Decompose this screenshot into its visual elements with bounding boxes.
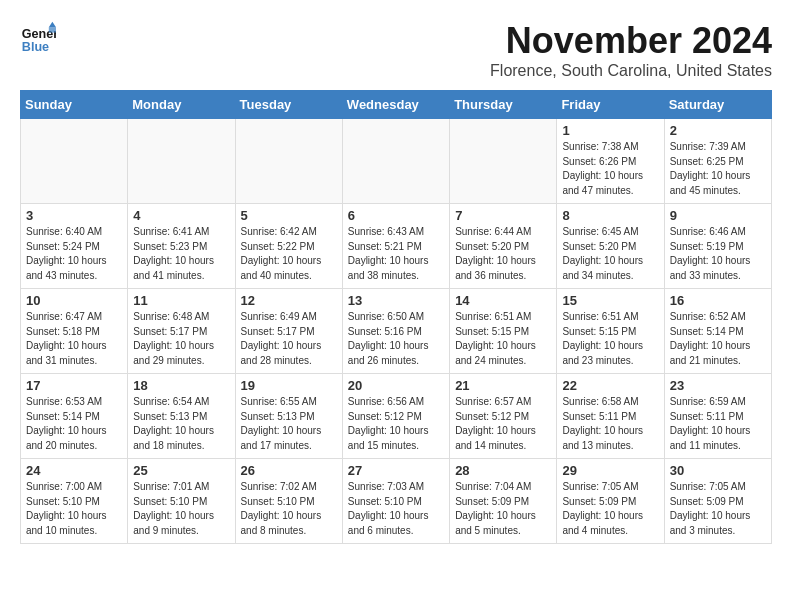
calendar-day-cell: 10Sunrise: 6:47 AM Sunset: 5:18 PM Dayli… [21,289,128,374]
calendar-body: 1Sunrise: 7:38 AM Sunset: 6:26 PM Daylig… [21,119,772,544]
day-info: Sunrise: 6:45 AM Sunset: 5:20 PM Dayligh… [562,225,658,283]
title-area: November 2024 Florence, South Carolina, … [490,20,772,80]
calendar-day-cell: 4Sunrise: 6:41 AM Sunset: 5:23 PM Daylig… [128,204,235,289]
day-info: Sunrise: 7:03 AM Sunset: 5:10 PM Dayligh… [348,480,444,538]
calendar-day-cell: 19Sunrise: 6:55 AM Sunset: 5:13 PM Dayli… [235,374,342,459]
weekday-header: Friday [557,91,664,119]
calendar-day-cell: 18Sunrise: 6:54 AM Sunset: 5:13 PM Dayli… [128,374,235,459]
day-info: Sunrise: 6:48 AM Sunset: 5:17 PM Dayligh… [133,310,229,368]
day-number: 1 [562,123,658,138]
calendar-day-cell: 20Sunrise: 6:56 AM Sunset: 5:12 PM Dayli… [342,374,449,459]
day-info: Sunrise: 7:00 AM Sunset: 5:10 PM Dayligh… [26,480,122,538]
day-number: 7 [455,208,551,223]
day-info: Sunrise: 7:05 AM Sunset: 5:09 PM Dayligh… [670,480,766,538]
calendar-day-cell: 12Sunrise: 6:49 AM Sunset: 5:17 PM Dayli… [235,289,342,374]
day-info: Sunrise: 6:41 AM Sunset: 5:23 PM Dayligh… [133,225,229,283]
weekday-header: Saturday [664,91,771,119]
day-number: 15 [562,293,658,308]
calendar-day-cell: 24Sunrise: 7:00 AM Sunset: 5:10 PM Dayli… [21,459,128,544]
header: General Blue November 2024 Florence, Sou… [20,20,772,80]
day-number: 24 [26,463,122,478]
day-number: 6 [348,208,444,223]
day-info: Sunrise: 7:39 AM Sunset: 6:25 PM Dayligh… [670,140,766,198]
day-info: Sunrise: 6:51 AM Sunset: 5:15 PM Dayligh… [455,310,551,368]
day-number: 20 [348,378,444,393]
calendar-header-row: SundayMondayTuesdayWednesdayThursdayFrid… [21,91,772,119]
day-info: Sunrise: 7:05 AM Sunset: 5:09 PM Dayligh… [562,480,658,538]
day-info: Sunrise: 7:01 AM Sunset: 5:10 PM Dayligh… [133,480,229,538]
day-info: Sunrise: 7:02 AM Sunset: 5:10 PM Dayligh… [241,480,337,538]
calendar-day-cell: 29Sunrise: 7:05 AM Sunset: 5:09 PM Dayli… [557,459,664,544]
calendar-day-cell: 8Sunrise: 6:45 AM Sunset: 5:20 PM Daylig… [557,204,664,289]
day-number: 10 [26,293,122,308]
calendar-day-cell: 14Sunrise: 6:51 AM Sunset: 5:15 PM Dayli… [450,289,557,374]
day-info: Sunrise: 7:38 AM Sunset: 6:26 PM Dayligh… [562,140,658,198]
month-title: November 2024 [490,20,772,62]
location-title: Florence, South Carolina, United States [490,62,772,80]
calendar-week-row: 3Sunrise: 6:40 AM Sunset: 5:24 PM Daylig… [21,204,772,289]
calendar-day-cell: 1Sunrise: 7:38 AM Sunset: 6:26 PM Daylig… [557,119,664,204]
calendar-day-cell: 6Sunrise: 6:43 AM Sunset: 5:21 PM Daylig… [342,204,449,289]
day-info: Sunrise: 6:43 AM Sunset: 5:21 PM Dayligh… [348,225,444,283]
day-number: 8 [562,208,658,223]
calendar-day-cell: 7Sunrise: 6:44 AM Sunset: 5:20 PM Daylig… [450,204,557,289]
calendar-day-cell: 26Sunrise: 7:02 AM Sunset: 5:10 PM Dayli… [235,459,342,544]
logo: General Blue [20,20,56,56]
day-info: Sunrise: 6:58 AM Sunset: 5:11 PM Dayligh… [562,395,658,453]
day-number: 4 [133,208,229,223]
svg-marker-2 [49,22,56,27]
calendar-day-cell [342,119,449,204]
calendar-week-row: 10Sunrise: 6:47 AM Sunset: 5:18 PM Dayli… [21,289,772,374]
calendar-table: SundayMondayTuesdayWednesdayThursdayFrid… [20,90,772,544]
day-number: 11 [133,293,229,308]
calendar-day-cell: 2Sunrise: 7:39 AM Sunset: 6:25 PM Daylig… [664,119,771,204]
day-info: Sunrise: 6:50 AM Sunset: 5:16 PM Dayligh… [348,310,444,368]
day-number: 16 [670,293,766,308]
day-info: Sunrise: 6:52 AM Sunset: 5:14 PM Dayligh… [670,310,766,368]
calendar-week-row: 1Sunrise: 7:38 AM Sunset: 6:26 PM Daylig… [21,119,772,204]
day-info: Sunrise: 6:55 AM Sunset: 5:13 PM Dayligh… [241,395,337,453]
day-info: Sunrise: 6:59 AM Sunset: 5:11 PM Dayligh… [670,395,766,453]
calendar-day-cell: 28Sunrise: 7:04 AM Sunset: 5:09 PM Dayli… [450,459,557,544]
calendar-day-cell [235,119,342,204]
day-number: 17 [26,378,122,393]
calendar-day-cell: 16Sunrise: 6:52 AM Sunset: 5:14 PM Dayli… [664,289,771,374]
calendar-day-cell: 21Sunrise: 6:57 AM Sunset: 5:12 PM Dayli… [450,374,557,459]
calendar-day-cell: 9Sunrise: 6:46 AM Sunset: 5:19 PM Daylig… [664,204,771,289]
day-info: Sunrise: 6:53 AM Sunset: 5:14 PM Dayligh… [26,395,122,453]
logo-icon: General Blue [20,20,56,56]
day-info: Sunrise: 7:04 AM Sunset: 5:09 PM Dayligh… [455,480,551,538]
day-info: Sunrise: 6:44 AM Sunset: 5:20 PM Dayligh… [455,225,551,283]
calendar-day-cell: 25Sunrise: 7:01 AM Sunset: 5:10 PM Dayli… [128,459,235,544]
day-number: 18 [133,378,229,393]
day-info: Sunrise: 6:49 AM Sunset: 5:17 PM Dayligh… [241,310,337,368]
day-number: 22 [562,378,658,393]
day-info: Sunrise: 6:56 AM Sunset: 5:12 PM Dayligh… [348,395,444,453]
calendar-day-cell: 22Sunrise: 6:58 AM Sunset: 5:11 PM Dayli… [557,374,664,459]
day-number: 3 [26,208,122,223]
calendar-day-cell [128,119,235,204]
day-number: 25 [133,463,229,478]
day-info: Sunrise: 6:40 AM Sunset: 5:24 PM Dayligh… [26,225,122,283]
calendar-day-cell: 11Sunrise: 6:48 AM Sunset: 5:17 PM Dayli… [128,289,235,374]
day-number: 23 [670,378,766,393]
calendar-day-cell: 3Sunrise: 6:40 AM Sunset: 5:24 PM Daylig… [21,204,128,289]
calendar-day-cell [450,119,557,204]
calendar-day-cell: 15Sunrise: 6:51 AM Sunset: 5:15 PM Dayli… [557,289,664,374]
svg-text:Blue: Blue [22,40,49,54]
calendar-day-cell: 17Sunrise: 6:53 AM Sunset: 5:14 PM Dayli… [21,374,128,459]
day-number: 21 [455,378,551,393]
calendar-day-cell: 13Sunrise: 6:50 AM Sunset: 5:16 PM Dayli… [342,289,449,374]
calendar-day-cell: 27Sunrise: 7:03 AM Sunset: 5:10 PM Dayli… [342,459,449,544]
calendar-week-row: 17Sunrise: 6:53 AM Sunset: 5:14 PM Dayli… [21,374,772,459]
day-number: 12 [241,293,337,308]
day-info: Sunrise: 6:46 AM Sunset: 5:19 PM Dayligh… [670,225,766,283]
calendar-week-row: 24Sunrise: 7:00 AM Sunset: 5:10 PM Dayli… [21,459,772,544]
day-number: 29 [562,463,658,478]
calendar-day-cell: 5Sunrise: 6:42 AM Sunset: 5:22 PM Daylig… [235,204,342,289]
day-info: Sunrise: 6:47 AM Sunset: 5:18 PM Dayligh… [26,310,122,368]
day-number: 28 [455,463,551,478]
day-number: 30 [670,463,766,478]
weekday-header: Thursday [450,91,557,119]
day-number: 13 [348,293,444,308]
